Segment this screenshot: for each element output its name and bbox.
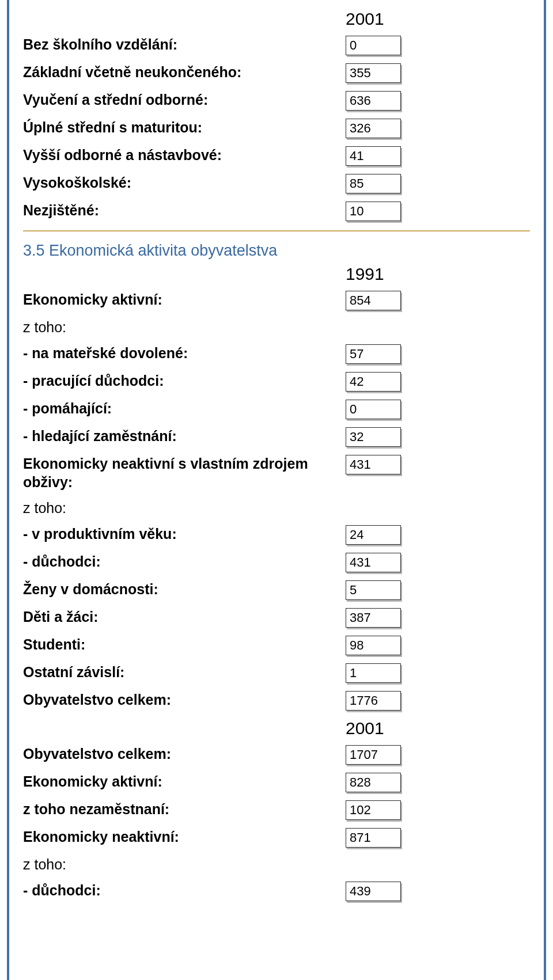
content: 2001 Bez školního vzdělání: 0 Základní v… [0, 9, 553, 926]
value-hledajici: 32 [346, 427, 401, 447]
value-duchodci-1: 431 [346, 553, 401, 572]
edu-value-basic: 355 [346, 63, 401, 83]
edu-label-university: Vysokoškolské: [23, 174, 346, 192]
edu-value-secondary: 326 [346, 119, 401, 138]
row-ztoho-2: z toho: [23, 499, 530, 517]
label-studenti: Studenti: [23, 636, 346, 654]
edu-value-none: 0 [346, 36, 401, 55]
edu-label-none: Bez školního vzdělání: [23, 36, 346, 54]
edu-row-university: Vysokoškolské: 85 [23, 174, 530, 193]
row-ztoho-3: z toho: [23, 856, 530, 873]
section-title-economic-activity: 3.5 Ekonomická aktivita obyvatelstva [23, 242, 530, 260]
label-materska: - na mateřské dovolené: [23, 344, 346, 362]
label-produktivni-vek: - v produktivním věku: [23, 525, 346, 543]
row-neaktivni: Ekonomicky neaktivní: 871 [23, 828, 530, 848]
label-ekon-aktivni: Ekonomicky aktivní: [23, 291, 346, 309]
label-ztoho-2: z toho: [23, 499, 346, 517]
value-neaktivni-vlastni: 431 [346, 455, 401, 474]
edu-row-basic: Základní včetně neukončeného: 355 [23, 63, 530, 83]
value-celkem-2: 1707 [346, 745, 401, 765]
edu-value-higher: 41 [346, 146, 401, 166]
edu-value-unknown: 10 [346, 202, 401, 221]
value-pomahajici: 0 [346, 400, 401, 419]
label-duchodci-2: - důchodci: [23, 882, 346, 899]
label-neaktivni-vlastni: Ekonomicky neaktivní s vlastním zdrojem … [23, 455, 346, 491]
label-ostatni: Ostatní závislí: [23, 663, 346, 681]
label-pomahajici: - pomáhající: [23, 400, 346, 417]
row-ostatni: Ostatní závislí: 1 [23, 663, 530, 683]
edu-value-apprentice: 636 [346, 91, 401, 111]
label-celkem-1: Obyvatelstvo celkem: [23, 691, 346, 709]
label-nezamestnani: z toho nezaměstnaní: [23, 800, 346, 818]
label-ztoho-1: z toho: [23, 318, 346, 336]
value-nezamestnani: 102 [346, 800, 401, 820]
edu-label-secondary: Úplné střední s maturitou: [23, 119, 346, 136]
row-duchodci-2: - důchodci: 439 [23, 882, 530, 901]
value-materska: 57 [346, 344, 401, 364]
row-nezamestnani: z toho nezaměstnaní: 102 [23, 800, 530, 820]
value-zeny: 5 [346, 580, 401, 600]
edu-label-apprentice: Vyučení a střední odborné: [23, 91, 346, 109]
label-duchodci-1: - důchodci: [23, 553, 346, 571]
row-neaktivni-vlastni: Ekonomicky neaktivní s vlastním zdrojem … [23, 455, 530, 491]
label-deti: Děti a žáci: [23, 608, 346, 626]
value-studenti: 98 [346, 636, 401, 655]
value-ekon-aktivni: 854 [346, 291, 401, 310]
edu-label-unknown: Nezjištěné: [23, 202, 346, 219]
row-ekon-aktivni: Ekonomicky aktivní: 854 [23, 291, 530, 310]
row-zeny: Ženy v domácnosti: 5 [23, 580, 530, 600]
value-duchodci-2: 439 [346, 882, 401, 901]
label-ztoho-3: z toho: [23, 856, 346, 873]
row-pracujici-duch: - pracující důchodci: 42 [23, 372, 530, 392]
edu-row-higher: Vyšší odborné a nástavbové: 41 [23, 146, 530, 166]
row-ekon-aktivni-2: Ekonomicky aktivní: 828 [23, 773, 530, 792]
value-deti: 387 [346, 608, 401, 628]
row-celkem-2: Obyvatelstvo celkem: 1707 [23, 745, 530, 765]
edu-label-basic: Základní včetně neukončeného: [23, 63, 346, 81]
row-produktivni-vek: - v produktivním věku: 24 [23, 525, 530, 545]
edu-row-secondary: Úplné střední s maturitou: 326 [23, 119, 530, 138]
row-duchodci-1: - důchodci: 431 [23, 553, 530, 572]
edu-row-none: Bez školního vzdělání: 0 [23, 36, 530, 55]
edu-value-university: 85 [346, 174, 401, 193]
row-studenti: Studenti: 98 [23, 636, 530, 655]
section-divider [23, 230, 530, 231]
label-neaktivni: Ekonomicky neaktivní: [23, 828, 346, 846]
label-zeny: Ženy v domácnosti: [23, 580, 346, 598]
row-materska: - na mateřské dovolené: 57 [23, 344, 530, 364]
year-heading-2001-bottom: 2001 [23, 719, 530, 738]
label-hledajici: - hledající zaměstnání: [23, 427, 346, 445]
row-deti: Děti a žáci: 387 [23, 608, 530, 628]
row-ztoho-1: z toho: [23, 318, 530, 336]
label-pracujici-duch: - pracující důchodci: [23, 372, 346, 390]
edu-row-unknown: Nezjištěné: 10 [23, 202, 530, 221]
value-produktivni-vek: 24 [346, 525, 401, 545]
row-celkem-1: Obyvatelstvo celkem: 1776 [23, 691, 530, 711]
value-ostatni: 1 [346, 663, 401, 683]
value-pracujici-duch: 42 [346, 372, 401, 392]
value-celkem-1: 1776 [346, 691, 401, 711]
row-pomahajici: - pomáhající: 0 [23, 400, 530, 419]
edu-label-higher: Vyšší odborné a nástavbové: [23, 146, 346, 164]
label-celkem-2: Obyvatelstvo celkem: [23, 745, 346, 763]
value-neaktivni: 871 [346, 828, 401, 848]
page: 2001 Bez školního vzdělání: 0 Základní v… [0, 0, 553, 980]
label-ekon-aktivni-2: Ekonomicky aktivní: [23, 773, 346, 791]
year-heading-1991: 1991 [23, 264, 530, 284]
row-hledajici: - hledající zaměstnání: 32 [23, 427, 530, 447]
value-ekon-aktivni-2: 828 [346, 773, 401, 792]
year-heading-2001-top: 2001 [23, 9, 530, 29]
edu-row-apprentice: Vyučení a střední odborné: 636 [23, 91, 530, 111]
